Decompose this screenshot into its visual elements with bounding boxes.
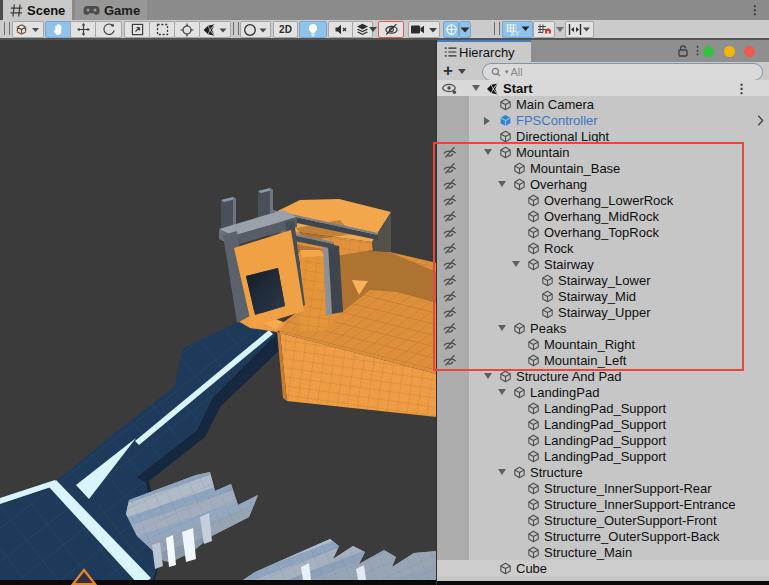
svg-text:XY: XY <box>510 30 520 37</box>
